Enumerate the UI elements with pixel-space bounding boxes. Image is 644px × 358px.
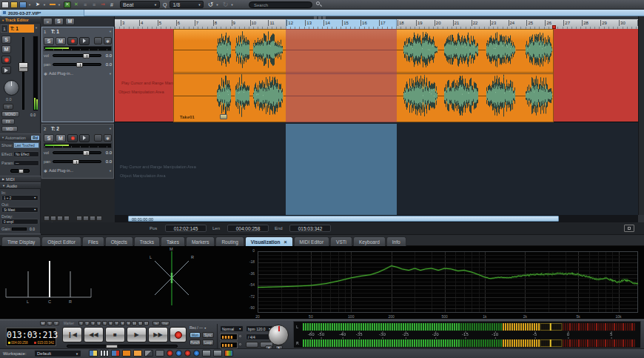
object-clip-icon[interactable] xyxy=(122,350,131,357)
track-record-button[interactable] xyxy=(67,37,78,45)
marker-set-button[interactable]: 2 xyxy=(53,321,59,325)
show-dropdown[interactable]: Last Touched xyxy=(13,142,39,148)
tab-tracks[interactable]: Tracks xyxy=(134,236,160,246)
undo-icon[interactable]: ↺ xyxy=(207,1,214,8)
pan-slider[interactable] xyxy=(53,63,101,66)
editor-track-caret-icon[interactable]: ▼ xyxy=(35,26,38,30)
rewind-button[interactable]: ◀◀ xyxy=(84,327,104,342)
lock-icon[interactable] xyxy=(94,134,102,142)
phase-invert-button[interactable]: ▽ xyxy=(3,104,13,110)
open-file-icon[interactable] xyxy=(10,1,18,8)
horizontal-scrollbar-thumb[interactable]: 00:01:00:00 xyxy=(128,216,559,222)
len-value[interactable]: 004:00:258 xyxy=(227,225,269,232)
setup-preset-button[interactable] xyxy=(50,216,56,221)
automation-header[interactable]: ▼ Automation Rd xyxy=(0,133,41,141)
monitor-icon[interactable] xyxy=(111,350,120,357)
project-tab[interactable]: 2020-03-27.VIP* xyxy=(1,10,84,16)
tempo-mode-dropdown[interactable]: Normal▼ xyxy=(220,325,244,332)
fast-forward-button[interactable]: ▶▶ xyxy=(148,327,168,342)
track-header-1[interactable]: 1T: 1▼SM✱vol0.0pan0.0✱Add Plug-in...▼ xyxy=(41,27,114,122)
midi-section-header[interactable]: ▶MIDI xyxy=(0,176,41,182)
track-lane-1[interactable]: Play Cursor and Range Mani Object Manipu… xyxy=(115,29,644,122)
marker-10-button[interactable]: 10 xyxy=(132,321,137,325)
tab-time-display[interactable]: Time Display xyxy=(1,236,41,246)
save-file-icon[interactable] xyxy=(19,1,27,8)
save-menu-caret-icon[interactable]: ▼ xyxy=(28,1,32,8)
scrub-slider[interactable] xyxy=(67,345,178,348)
marker-1-button[interactable]: 1 xyxy=(78,321,84,325)
mono-button[interactable]: MONO xyxy=(1,111,19,117)
add-plugin-caret-icon[interactable]: ▼ xyxy=(109,169,112,173)
pan-slider[interactable] xyxy=(53,160,101,163)
automation-mode-badge[interactable]: Rd xyxy=(31,136,39,140)
record-button[interactable] xyxy=(170,327,187,342)
draw-menu-caret-icon[interactable]: ▼ xyxy=(58,1,61,8)
editor-solo-button[interactable]: S xyxy=(1,36,11,44)
trim-icon[interactable] xyxy=(213,350,222,357)
marker-6-button[interactable]: 6 xyxy=(108,321,113,325)
zoom-preset-button[interactable] xyxy=(90,216,95,221)
tab-midi-editor[interactable]: MIDI Editor xyxy=(294,236,330,246)
marker-12-button[interactable]: 12 xyxy=(144,321,149,325)
track-lane-2[interactable]: Play Cursor and Range Manipulation Area … xyxy=(115,124,644,215)
sync-button[interactable]: Sync xyxy=(202,332,214,338)
pos-value[interactable]: 012:02:145 xyxy=(165,225,207,232)
tab-close-icon[interactable]: × xyxy=(284,239,286,245)
gear-icon[interactable]: ✱ xyxy=(104,134,112,142)
draw-tool-icon[interactable] xyxy=(49,1,56,8)
track-solo-button[interactable]: S xyxy=(44,37,54,45)
all-mute-button[interactable]: M xyxy=(65,18,75,25)
marker-in-button[interactable]: In xyxy=(152,321,160,325)
zoom-preset-button[interactable] xyxy=(96,216,102,221)
track-title-row[interactable]: 2T: 2▼ xyxy=(42,125,113,133)
vol-slider[interactable] xyxy=(53,54,101,57)
search-input[interactable]: Search xyxy=(249,1,312,8)
editor-monitor-button[interactable] xyxy=(1,66,11,74)
visualization-icon[interactable] xyxy=(224,350,233,357)
pan-knob[interactable] xyxy=(4,80,19,96)
delay-value[interactable]: 0 smpl xyxy=(1,219,38,225)
play-cursor-marker[interactable] xyxy=(552,25,556,29)
marker-8-button[interactable]: 8 xyxy=(120,321,125,325)
object-mode-icon[interactable]: ✕ xyxy=(64,1,71,8)
take-clip-icon[interactable] xyxy=(133,350,142,357)
track2-range-selection[interactable] xyxy=(286,124,397,215)
tab-object-editor[interactable]: Object Editor xyxy=(41,236,81,246)
track-editor-header[interactable]: ▼ Track Editor xyxy=(0,16,41,24)
fade-icon[interactable] xyxy=(144,350,153,357)
knob-blue-icon[interactable] xyxy=(175,350,182,357)
track-solo-button[interactable]: S xyxy=(44,134,54,142)
vertical-scrollbar[interactable] xyxy=(638,16,644,215)
fx-button[interactable]: FX xyxy=(1,119,15,125)
undo-menu-caret-icon[interactable]: ▼ xyxy=(215,1,219,8)
tab-takes[interactable]: Takes xyxy=(161,236,185,246)
tool-menu-caret-icon[interactable]: ▼ xyxy=(43,1,47,8)
editor-mute-button[interactable]: M xyxy=(1,45,11,53)
add-plugin-caret-icon[interactable]: ▼ xyxy=(109,72,112,76)
marker-9-button[interactable]: 9 xyxy=(126,321,131,325)
marker-7-button[interactable]: 7 xyxy=(114,321,119,325)
redo-menu-caret-icon[interactable]: ▼ xyxy=(230,1,234,8)
tab-vsti[interactable]: VSTi xyxy=(330,236,352,246)
marker-4-button[interactable]: 4 xyxy=(96,321,101,325)
marker-out-button[interactable]: Out xyxy=(161,321,170,325)
editor-record-button[interactable] xyxy=(1,56,11,64)
fullscreen-icon[interactable] xyxy=(624,225,634,232)
tab-objects[interactable]: Objects xyxy=(105,236,133,246)
click-button[interactable] xyxy=(246,342,258,348)
lock-icon[interactable] xyxy=(94,37,102,44)
tab-routing[interactable]: Routing xyxy=(215,236,244,246)
redo-icon[interactable]: ↻ xyxy=(221,1,229,8)
vol-slider[interactable] xyxy=(53,151,101,154)
workspace-dropdown[interactable]: Default▼ xyxy=(34,350,81,357)
zoom-preset-button[interactable] xyxy=(76,216,82,221)
align-objects-icon[interactable]: ≡ xyxy=(81,1,89,8)
marker-3-button[interactable]: 3 xyxy=(90,321,95,325)
gain-slider[interactable] xyxy=(12,228,27,231)
knob-red-icon[interactable] xyxy=(167,350,173,357)
zoom-preset-button[interactable] xyxy=(83,216,89,221)
grid-icon[interactable]: # xyxy=(108,1,115,8)
audio-out-dropdown[interactable]: St Mast▼ xyxy=(1,207,38,213)
parameter-value[interactable]: — xyxy=(13,160,39,166)
track-record-button[interactable] xyxy=(67,134,78,142)
